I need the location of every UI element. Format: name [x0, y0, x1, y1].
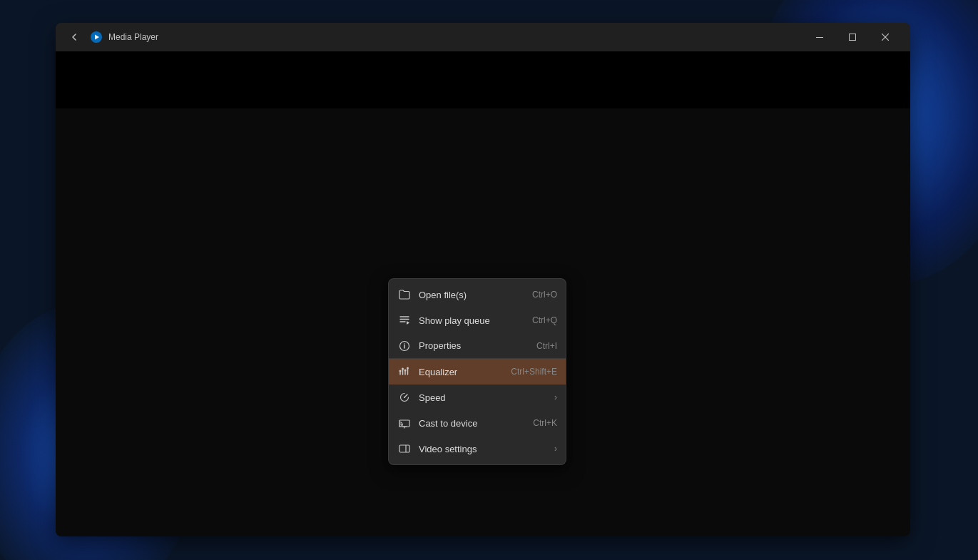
- open-files-shortcut: Ctrl+O: [532, 290, 557, 300]
- menu-item-properties[interactable]: Properties Ctrl+I: [389, 333, 566, 359]
- menu-item-video-settings[interactable]: Video settings ›: [389, 436, 566, 462]
- video-top-bar: [56, 51, 910, 108]
- svg-point-20: [407, 367, 409, 370]
- content-area: Open file(s) Ctrl+O Show play queue Ctrl…: [56, 51, 910, 536]
- properties-shortcut: Ctrl+I: [536, 341, 557, 351]
- svg-point-12: [404, 343, 405, 345]
- svg-point-22: [404, 397, 405, 398]
- equalizer-shortcut: Ctrl+Shift+E: [511, 367, 557, 377]
- speed-label: Speed: [419, 392, 549, 403]
- media-player-window: Media Player: [56, 23, 910, 536]
- context-menu: Open file(s) Ctrl+O Show play queue Ctrl…: [388, 278, 566, 465]
- cast-icon: [397, 416, 412, 430]
- back-button[interactable]: [64, 27, 84, 47]
- close-button[interactable]: [869, 23, 902, 51]
- cast-to-device-shortcut: Ctrl+K: [533, 418, 557, 428]
- video-settings-arrow: ›: [554, 444, 557, 454]
- title-bar: Media Player: [56, 23, 910, 51]
- queue-icon: [397, 313, 412, 327]
- video-settings-label: Video settings: [419, 444, 549, 454]
- menu-item-equalizer[interactable]: Equalizer Ctrl+Shift+E: [389, 359, 566, 385]
- app-icon: [90, 31, 103, 44]
- svg-marker-9: [407, 321, 409, 325]
- open-files-label: Open file(s): [419, 290, 521, 300]
- info-icon: [397, 339, 412, 353]
- menu-item-open-files[interactable]: Open file(s) Ctrl+O: [389, 282, 566, 307]
- maximize-button[interactable]: [836, 23, 869, 51]
- properties-label: Properties: [419, 340, 525, 351]
- svg-rect-27: [399, 445, 409, 452]
- window-controls: [803, 23, 902, 51]
- svg-point-26: [399, 426, 401, 427]
- folder-icon: [397, 287, 412, 302]
- window-title: Media Player: [108, 32, 803, 42]
- speed-icon: [397, 390, 412, 404]
- show-play-queue-label: Show play queue: [419, 315, 521, 326]
- equalizer-label: Equalizer: [419, 367, 499, 377]
- svg-point-17: [399, 370, 402, 372]
- svg-rect-3: [850, 34, 856, 41]
- svg-rect-2: [816, 37, 823, 38]
- cast-to-device-label: Cast to device: [419, 418, 521, 429]
- speed-arrow: ›: [554, 392, 557, 402]
- equalizer-icon: [397, 365, 412, 379]
- svg-point-18: [402, 368, 404, 370]
- minimize-button[interactable]: [803, 23, 836, 51]
- show-play-queue-shortcut: Ctrl+Q: [532, 315, 557, 325]
- video-settings-icon: [397, 442, 412, 456]
- svg-rect-23: [399, 420, 409, 427]
- svg-point-19: [404, 370, 407, 372]
- menu-item-cast-to-device[interactable]: Cast to device Ctrl+K: [389, 410, 566, 436]
- menu-item-speed[interactable]: Speed ›: [389, 385, 566, 410]
- menu-item-show-play-queue[interactable]: Show play queue Ctrl+Q: [389, 307, 566, 333]
